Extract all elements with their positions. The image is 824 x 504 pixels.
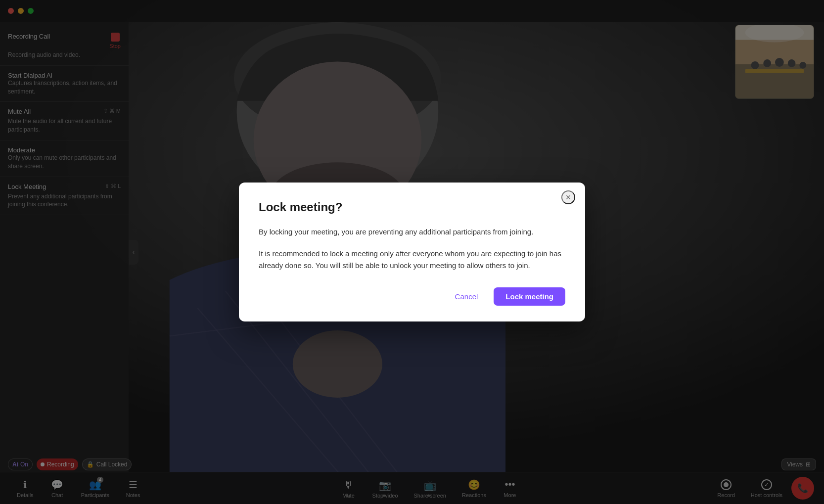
cancel-button[interactable]: Cancel xyxy=(445,287,488,306)
modal-actions: Cancel Lock meeting xyxy=(259,287,565,306)
modal-overlay: × Lock meeting? By locking your meeting,… xyxy=(0,0,824,504)
lock-meeting-modal: × Lock meeting? By locking your meeting,… xyxy=(239,183,585,321)
lock-meeting-button[interactable]: Lock meeting xyxy=(494,287,565,306)
modal-paragraph1: By locking your meeting, you are prevent… xyxy=(259,226,565,238)
modal-close-button[interactable]: × xyxy=(561,190,575,204)
modal-paragraph2: It is recommended to lock a meeting only… xyxy=(259,248,565,272)
modal-title: Lock meeting? xyxy=(259,200,565,214)
